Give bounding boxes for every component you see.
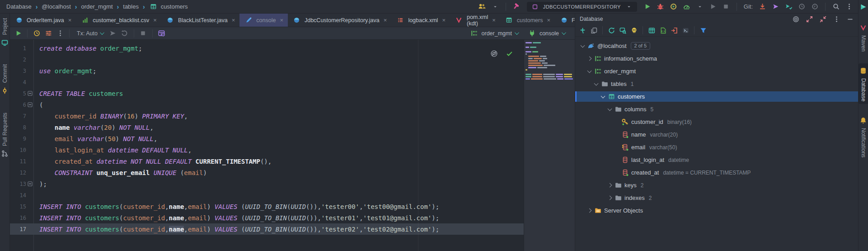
close-icon[interactable]: × <box>280 17 283 24</box>
fold-marker-icon[interactable] <box>26 91 33 96</box>
breadcrumb-item-tables[interactable]: tables <box>123 3 139 10</box>
history-clock-icon[interactable] <box>32 29 41 38</box>
minimap[interactable] <box>524 40 575 251</box>
tree-item-customer-id[interactable]: customer_idbinary(16) <box>575 117 858 127</box>
stop-disabled-icon[interactable] <box>722 2 731 11</box>
code-lines[interactable]: 1create database order_mgmt;23use order_… <box>10 40 524 251</box>
sql-editor[interactable]: 1create database order_mgmt;23use order_… <box>10 40 575 251</box>
history-forward-icon[interactable] <box>810 2 819 11</box>
code-line-11[interactable]: 11 created_at datetime NOT NULL DEFAULT … <box>10 156 524 167</box>
breadcrumb-item-database[interactable]: Database <box>6 3 32 10</box>
history-back-icon[interactable] <box>797 2 806 11</box>
tree-item-name[interactable]: namevarchar(20) <box>575 129 858 140</box>
code-line-14[interactable]: 14 <box>10 189 524 201</box>
tx-mode-selector[interactable]: Tx: Auto <box>77 30 103 37</box>
code-line-3[interactable]: 3use order_mgmt; <box>10 65 524 76</box>
more-kebab-icon[interactable] <box>845 2 854 11</box>
code-line-1[interactable]: 1create database order_mgmt; <box>10 43 524 54</box>
tree-item-keys[interactable]: keys2 <box>575 180 858 190</box>
expand-icon[interactable] <box>805 14 814 24</box>
chevron-down-icon[interactable] <box>594 81 599 85</box>
settings-sliders-icon[interactable] <box>44 29 53 38</box>
terminal-icon[interactable] <box>681 26 690 35</box>
run-configuration-selector[interactable]: JDBCCUSTOMERREPOSITORY <box>527 2 637 12</box>
coverage-icon[interactable] <box>669 2 678 11</box>
chevron-down-icon[interactable] <box>608 106 612 111</box>
tab-orderitem-java[interactable]: OrderItem.java× <box>10 14 76 27</box>
tree-item-indexes[interactable]: indexes2 <box>575 193 858 203</box>
close-icon[interactable]: × <box>492 17 496 24</box>
build-hammer-icon[interactable] <box>512 2 521 11</box>
ide-widget-icon[interactable] <box>859 2 868 11</box>
tree-item-last-login-at[interactable]: last_login_atdatetime <box>575 155 858 165</box>
more-kebab-icon[interactable] <box>56 29 65 38</box>
search-icon[interactable] <box>831 2 840 11</box>
code-line-6[interactable]: 6( <box>10 99 524 110</box>
tree-item-information-schema[interactable]: information_schema <box>575 53 858 64</box>
tab-blacklisttester-java[interactable]: BlackListTester.java× <box>161 14 239 27</box>
close-icon[interactable]: × <box>442 17 446 24</box>
refresh-icon[interactable] <box>607 26 616 35</box>
users-icon[interactable] <box>478 2 487 11</box>
code-line-13[interactable]: 13); <box>10 178 524 189</box>
stripe-tab-notifications[interactable]: Notifications <box>859 113 868 160</box>
jump-console-icon[interactable] <box>618 26 627 35</box>
close-icon[interactable]: × <box>547 17 550 24</box>
close-icon[interactable]: × <box>153 17 157 24</box>
open-table-icon[interactable] <box>647 26 656 35</box>
tree-item-email[interactable]: emailvarchar(50) <box>575 142 858 152</box>
code-line-17[interactable]: 17INSERT INTO customers(customer_id,name… <box>10 223 524 235</box>
code-line-12[interactable]: 12 CONSTRAINT unq_user_email UNIQUE (ema… <box>10 167 524 178</box>
code-line-8[interactable]: 8 name varchar(20) NOT NULL, <box>10 122 524 133</box>
code-line-16[interactable]: 16INSERT INTO customers(customer_id,name… <box>10 212 524 223</box>
tree-item-customers[interactable]: customers <box>575 91 858 102</box>
tree-item-order-mgmt[interactable]: order_mgmt <box>575 66 858 76</box>
tree-item-created-at[interactable]: created_atdatetime = CURRENT_TIMESTAMP <box>575 167 858 178</box>
breadcrumb-item-order-mgmt[interactable]: order_mgmt <box>81 3 113 10</box>
rollback-icon[interactable] <box>120 29 129 38</box>
tab-customer-blacklist-csv[interactable]: customer_blacklist.csv× <box>76 14 161 27</box>
tree-item-tables[interactable]: tables1 <box>575 79 858 89</box>
git-commit-icon[interactable] <box>771 2 780 11</box>
code-line-15[interactable]: 15INSERT INTO customers(customer_id,name… <box>10 201 524 212</box>
chevron-right-icon[interactable] <box>587 57 592 61</box>
dropdown-arrow-icon[interactable] <box>695 2 704 11</box>
add-plus-icon[interactable] <box>578 26 587 35</box>
breadcrumb-item-localhost[interactable]: @localhost <box>42 3 71 10</box>
duplicate-icon[interactable] <box>589 26 598 35</box>
locate-icon[interactable] <box>791 14 800 24</box>
code-line-5[interactable]: 5CREATE TABLE customers <box>10 88 524 99</box>
stripe-tab-pull-requests[interactable]: Pull Requests <box>0 110 10 161</box>
chevron-down-icon[interactable] <box>601 94 605 98</box>
close-icon[interactable]: × <box>68 17 72 24</box>
tab-logback-xml[interactable]: logback.xml× <box>391 14 450 27</box>
eye-off-icon[interactable] <box>489 49 498 58</box>
collapse-icon[interactable] <box>818 14 827 24</box>
code-line-2[interactable]: 2 <box>10 54 524 65</box>
tree-item-server-objects[interactable]: Server Objects <box>575 205 858 216</box>
schema-selector[interactable]: order_mgmt <box>470 29 518 38</box>
skull-icon[interactable] <box>629 26 638 35</box>
check-green-icon[interactable] <box>505 49 514 58</box>
dropdown-arrow-icon[interactable] <box>491 2 500 11</box>
chevron-right-icon[interactable] <box>587 208 592 213</box>
submit-plane-icon[interactable] <box>108 29 117 38</box>
tab-console[interactable]: console× <box>239 14 288 27</box>
code-line-7[interactable]: 7 customer_id BINARY(16) PRIMARY KEY, <box>10 110 524 122</box>
tree-item-localhost[interactable]: @localhost2 of 5 <box>575 41 858 51</box>
debug-icon[interactable] <box>656 2 665 11</box>
fold-marker-icon[interactable] <box>26 102 33 107</box>
chevron-down-icon[interactable] <box>587 68 592 73</box>
chevron-right-icon[interactable] <box>608 183 612 188</box>
stripe-tab-database[interactable]: Database <box>859 63 868 104</box>
tab-pom-xml-kdt[interactable]: pom.xml (kdt)× <box>450 14 500 27</box>
breadcrumb-item-customers[interactable]: customers <box>149 2 188 11</box>
hide-minus-icon[interactable] <box>845 14 854 24</box>
close-icon[interactable]: × <box>232 17 235 24</box>
close-icon[interactable]: × <box>384 17 387 24</box>
code-line-9[interactable]: 9 email varchar(50) NOT NULL, <box>10 133 524 144</box>
code-line-4[interactable]: 4 <box>10 76 524 88</box>
run-icon[interactable] <box>643 2 652 11</box>
chevron-right-icon[interactable] <box>608 196 612 200</box>
stripe-tab-maven[interactable]: Maven <box>859 20 868 54</box>
